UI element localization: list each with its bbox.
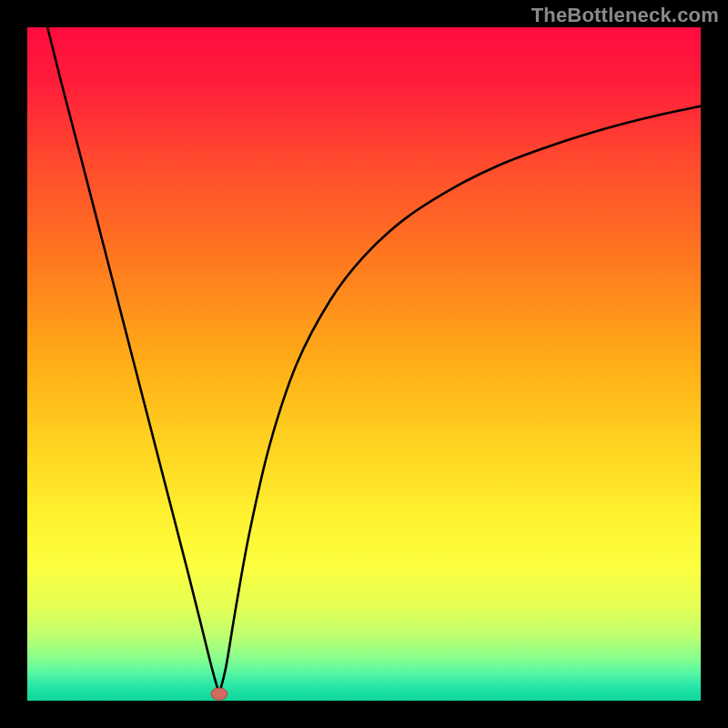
plot-area	[27, 27, 701, 701]
chart-svg	[27, 27, 701, 701]
chart-frame: TheBottleneck.com	[0, 0, 728, 728]
gradient-background	[27, 27, 701, 701]
minimum-marker	[211, 688, 228, 700]
watermark-text: TheBottleneck.com	[531, 4, 719, 27]
